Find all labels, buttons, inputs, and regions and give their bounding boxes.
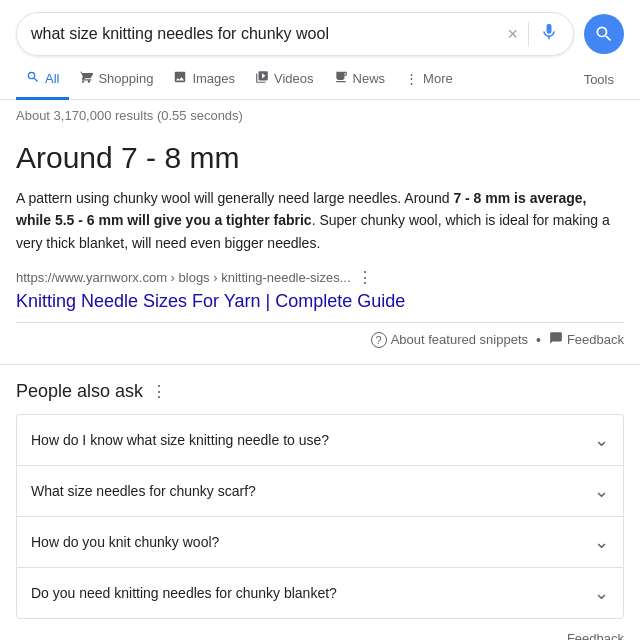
snippet-more-dots[interactable]: ⋮	[357, 268, 373, 287]
results-count: About 3,170,000 results (0.55 seconds)	[0, 100, 640, 131]
chevron-down-icon-2: ⌄	[594, 480, 609, 502]
search-input[interactable]: what size knitting needles for chunky wo…	[31, 25, 507, 43]
paa-item[interactable]: Do you need knitting needles for chunky …	[16, 567, 624, 619]
snippet-feedback-link[interactable]: Feedback	[549, 331, 624, 348]
snippet-url-row: https://www.yarnworx.com › blogs › knitt…	[16, 268, 624, 287]
tab-images[interactable]: Images	[163, 60, 245, 100]
paa-question-4: Do you need knitting needles for chunky …	[31, 585, 337, 601]
snippet-link[interactable]: Knitting Needle Sizes For Yarn | Complet…	[16, 291, 405, 311]
videos-icon	[255, 70, 269, 87]
chevron-down-icon-4: ⌄	[594, 582, 609, 604]
about-snippets[interactable]: ? About featured snippets	[371, 332, 528, 348]
snippet-url: https://www.yarnworx.com › blogs › knitt…	[16, 270, 351, 285]
snippet-text-before: A pattern using chunky wool will general…	[16, 190, 453, 206]
featured-snippet: Around 7 - 8 mm A pattern using chunky w…	[0, 141, 640, 365]
news-icon	[334, 70, 348, 87]
tab-all[interactable]: All	[16, 60, 69, 100]
tab-shopping[interactable]: Shopping	[69, 60, 163, 100]
clear-icon[interactable]: ×	[507, 24, 518, 45]
paa-item[interactable]: What size needles for chunky scarf? ⌄	[16, 465, 624, 516]
search-bar-container: what size knitting needles for chunky wo…	[0, 0, 640, 56]
divider	[528, 22, 529, 46]
paa-header: People also ask ⋮	[16, 381, 624, 402]
tab-videos[interactable]: Videos	[245, 60, 324, 100]
tab-news[interactable]: News	[324, 60, 396, 100]
paa-question-3: How do you knit chunky wool?	[31, 534, 219, 550]
mic-icon[interactable]	[539, 22, 559, 47]
info-icon: ?	[371, 332, 387, 348]
images-icon	[173, 70, 187, 87]
more-icon: ⋮	[405, 71, 418, 86]
tab-videos-label: Videos	[274, 71, 314, 86]
tab-all-label: All	[45, 71, 59, 86]
bottom-feedback[interactable]: Feedback	[0, 619, 640, 640]
paa-menu-icon[interactable]: ⋮	[151, 382, 167, 401]
feedback-icon	[549, 331, 563, 348]
paa-item[interactable]: How do I know what size knitting needle …	[16, 414, 624, 465]
chevron-down-icon-3: ⌄	[594, 531, 609, 553]
all-icon	[26, 70, 40, 87]
snippet-answer: Around 7 - 8 mm	[16, 141, 624, 175]
about-snippets-label: About featured snippets	[391, 332, 528, 347]
snippet-footer: ? About featured snippets • Feedback	[16, 322, 624, 348]
tools-tab[interactable]: Tools	[574, 62, 624, 97]
search-bar: what size knitting needles for chunky wo…	[16, 12, 574, 56]
snippet-text: A pattern using chunky wool will general…	[16, 187, 624, 254]
paa-question-2: What size needles for chunky scarf?	[31, 483, 256, 499]
tab-shopping-label: Shopping	[98, 71, 153, 86]
search-submit-button[interactable]	[584, 14, 624, 54]
paa-title: People also ask	[16, 381, 143, 402]
tab-more[interactable]: ⋮ More	[395, 61, 463, 99]
dot-separator: •	[536, 332, 541, 348]
tab-news-label: News	[353, 71, 386, 86]
tab-more-label: More	[423, 71, 453, 86]
search-icons: ×	[507, 22, 559, 47]
snippet-feedback-label: Feedback	[567, 332, 624, 347]
people-also-ask-section: People also ask ⋮ How do I know what siz…	[0, 365, 640, 619]
shopping-icon	[79, 70, 93, 87]
nav-tabs: All Shopping Images Videos News ⋮ More T…	[0, 60, 640, 100]
tab-images-label: Images	[192, 71, 235, 86]
paa-question-1: How do I know what size knitting needle …	[31, 432, 329, 448]
paa-item[interactable]: How do you knit chunky wool? ⌄	[16, 516, 624, 567]
chevron-down-icon-1: ⌄	[594, 429, 609, 451]
